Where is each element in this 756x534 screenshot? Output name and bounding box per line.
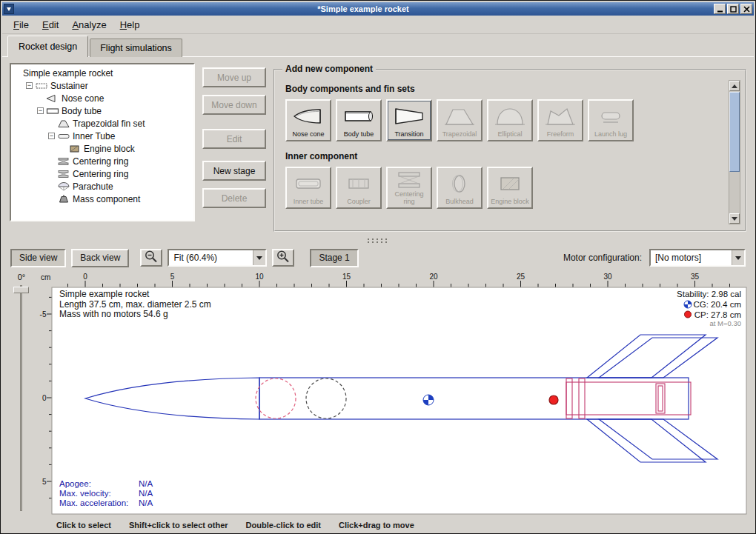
component-button-nose-cone[interactable]: Nose cone <box>285 99 331 141</box>
tree-item-parachute[interactable]: Parachute <box>11 180 193 193</box>
transition-icon <box>393 103 425 130</box>
scrollbar-thumb[interactable] <box>729 92 740 172</box>
tree-expander-icon[interactable]: − <box>37 107 44 114</box>
menu-analyze[interactable]: Analyze <box>65 18 113 32</box>
zoom-in-button[interactable] <box>272 249 294 267</box>
design-view-panel: Side view Back view Fit (60.4%) Stage 1 <box>2 245 754 532</box>
tab-rocket-design[interactable]: Rocket design <box>7 36 88 57</box>
svg-text:0: 0 <box>42 394 47 402</box>
add-component-title: Add new component <box>282 64 376 74</box>
inner-component-label: Inner component <box>285 151 735 161</box>
tree-item-sustainer[interactable]: −Sustainer <box>11 79 193 92</box>
tree-item-centering-ring[interactable]: Centering ring <box>11 167 193 180</box>
menu-file[interactable]: File <box>7 18 36 32</box>
back-view-button[interactable]: Back view <box>71 249 129 267</box>
window-title: *Simple example rocket <box>14 4 712 13</box>
hint-click-drag-to-move: Click+drag to move <box>339 521 414 530</box>
maximize-button[interactable] <box>727 4 739 14</box>
tree-item-trapezoidal-fin-set[interactable]: Trapezoidal fin set <box>11 117 193 130</box>
minimize-button[interactable] <box>714 4 726 14</box>
delete-button[interactable]: Delete <box>202 188 266 208</box>
move-up-button[interactable]: Move up <box>202 67 266 87</box>
component-button-bulkhead[interactable]: Bulkhead <box>437 167 483 209</box>
mass-component-icon <box>57 195 70 204</box>
component-button-label: Body tube <box>344 130 374 138</box>
menu-help[interactable]: Help <box>113 18 147 32</box>
rotation-slider[interactable] <box>13 285 30 511</box>
design-top-panel: Simple example rocket−SustainerNose cone… <box>2 57 754 236</box>
hint-double-click-to-edit: Double-click to edit <box>246 521 321 530</box>
close-button[interactable] <box>740 4 752 14</box>
svg-text:5: 5 <box>170 273 175 281</box>
title-bar[interactable]: *Simple example rocket <box>2 2 754 16</box>
tab-strip: Rocket design Flight simulations <box>2 34 754 56</box>
freeform-fin-icon <box>544 103 577 130</box>
chevron-down-icon[interactable] <box>732 250 744 265</box>
tree-item-centering-ring[interactable]: Centering ring <box>11 155 193 167</box>
component-button-engine-block[interactable]: Engine block <box>487 167 533 209</box>
svg-text:35: 35 <box>691 273 700 281</box>
component-button-body-tube[interactable]: Body tube <box>336 99 382 141</box>
rocket-design-panel: Simple example rocket−SustainerNose cone… <box>2 56 754 532</box>
max-acceleration-label: Max. acceleration: <box>59 498 128 507</box>
component-button-label: Elliptical <box>497 130 522 138</box>
menu-bar: FileEditAnalyzeHelp <box>2 16 754 34</box>
tree-expander-icon[interactable]: − <box>48 133 55 139</box>
tree-item-mass-component[interactable]: Mass component <box>11 193 193 205</box>
component-button-label: Trapezoidal <box>442 130 477 138</box>
component-button-elliptical[interactable]: Elliptical <box>487 99 533 141</box>
rocket-design-canvas[interactable]: cm 05101520253035 -505 <box>39 270 747 515</box>
component-button-coupler[interactable]: Coupler <box>336 167 382 209</box>
coupler-icon <box>342 170 375 198</box>
component-button-freeform[interactable]: Freeform <box>537 99 583 141</box>
scroll-down-icon[interactable] <box>729 213 740 224</box>
body-tube-icon <box>46 107 59 116</box>
new-stage-button[interactable]: New stage <box>202 161 266 181</box>
svg-text:0: 0 <box>83 273 87 281</box>
tree-item-nose-cone[interactable]: Nose cone <box>11 92 193 104</box>
apogee-label: Apogee: <box>59 479 91 488</box>
nose-cone-icon <box>46 94 59 103</box>
component-button-transition[interactable]: Transition <box>386 99 432 141</box>
stage-1-toggle[interactable]: Stage 1 <box>310 249 358 267</box>
svg-text:15: 15 <box>342 273 351 281</box>
tab-flight-simulations[interactable]: Flight simulations <box>90 39 182 57</box>
body-component-buttons: Nose coneBody tubeTransitionTrapezoidalE… <box>285 99 735 141</box>
tree-item-simple-example-rocket[interactable]: Simple example rocket <box>11 67 193 79</box>
cp-value: CP: 27.8 cm <box>694 310 741 319</box>
tree-expander-icon[interactable]: − <box>26 82 33 89</box>
svg-text:5: 5 <box>42 478 47 486</box>
tree-item-label: Centering ring <box>73 156 128 167</box>
zoom-out-button[interactable] <box>140 249 162 267</box>
rocket-name-label: Simple example rocket <box>59 289 150 299</box>
apogee-value: N/A <box>139 479 153 488</box>
tree-item-label: Nose cone <box>62 93 104 104</box>
move-down-button[interactable]: Move down <box>202 95 266 115</box>
component-button-launch-lug[interactable]: Launch lug <box>588 99 634 141</box>
zoom-select[interactable]: Fit (60.4%) <box>168 249 267 267</box>
tree-item-inner-tube[interactable]: −Inner Tube <box>11 130 193 142</box>
component-scrollbar[interactable] <box>729 80 740 224</box>
chevron-down-icon[interactable] <box>253 250 265 265</box>
side-view-button[interactable]: Side view <box>10 249 66 267</box>
scroll-up-icon[interactable] <box>729 81 740 91</box>
ruler-unit-label: cm <box>41 273 50 281</box>
motor-configuration-value: [No motors] <box>651 250 732 265</box>
elliptical-fin-icon <box>494 103 526 130</box>
tree-item-body-tube[interactable]: −Body tube <box>11 104 193 117</box>
tree-item-engine-block[interactable]: Engine block <box>11 142 193 155</box>
splitter-handle[interactable] <box>2 236 754 245</box>
window-menu-icon[interactable] <box>4 4 14 14</box>
application-window: *Simple example rocket FileEditAnalyzeHe… <box>0 0 756 534</box>
edit-button[interactable]: Edit <box>202 129 266 149</box>
splitter-dots <box>366 238 390 240</box>
slider-thumb[interactable] <box>13 287 29 293</box>
component-button-inner-tube[interactable]: Inner tube <box>285 167 331 209</box>
motor-configuration-select[interactable]: [No motors] <box>649 249 746 267</box>
component-button-trapezoidal[interactable]: Trapezoidal <box>437 99 483 141</box>
cp-legend-icon <box>685 311 692 318</box>
component-button-centering-ring[interactable]: Centering ring <box>386 167 432 209</box>
launch-lug-icon <box>594 103 627 130</box>
fin-set-icon <box>57 119 70 128</box>
menu-edit[interactable]: Edit <box>36 18 65 32</box>
